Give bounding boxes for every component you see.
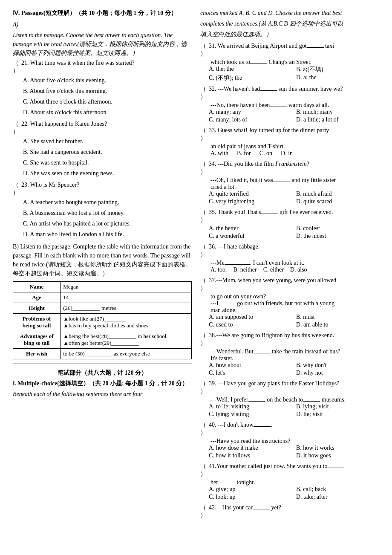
q35-options: A. the better B. coolest C. a wonderful …	[209, 225, 379, 240]
q35-c: C. a wonderful	[209, 233, 292, 240]
part-b-label: B) Listen to the passage. Complete the t…	[13, 242, 192, 278]
q39-options: A. to lie; visiting B. lying; visit C. l…	[209, 403, 379, 418]
q38-line2: ---Wonderful. But take the train instead…	[210, 348, 379, 355]
q23-options: A. A teacher who bought some painting. B…	[23, 198, 192, 239]
q36-b: B. neither	[233, 266, 257, 273]
q23-c: C. An artist who has painted a lot of pi…	[23, 219, 192, 228]
question-31: （ ） 31. We arrived at Beijing Airport an…	[200, 42, 379, 82]
table-height-label: Height	[13, 303, 61, 314]
question-21: （ ） 21. What time was it when the fire w…	[13, 59, 192, 117]
section-i-instruction: Beneath each of the following sentences …	[13, 390, 192, 399]
q22-d: D. She was seen on the evening news.	[23, 169, 192, 178]
q35-a: A. the better	[209, 225, 292, 232]
table-age-value: 14	[61, 292, 192, 303]
q34-options: A. quite terrified B. much afraid C. ver…	[209, 191, 379, 205]
bracket-31: （ ）	[200, 42, 209, 58]
divider	[13, 364, 192, 364]
question-23: （ ） 23. Who is Mr Spencer? A. A teacher …	[13, 181, 192, 239]
question-37: （ ） 37.---Mum, when you were young, were…	[200, 277, 379, 328]
bracket-42: （ ）	[200, 504, 209, 519]
q41-line2: her tonight.	[210, 479, 379, 486]
bracket-33: （ ）	[200, 127, 209, 142]
q41-d: D. take; after	[296, 494, 379, 500]
q40-options: A. how dose it make B. how it works C. h…	[209, 445, 379, 459]
q39-b: B. lying; visit	[296, 403, 379, 410]
question-38: （ ） 38.---We are going to Brighton by bu…	[200, 332, 379, 376]
q23-a: A. A teacher who bought some painting.	[23, 198, 192, 207]
q36-d: D. also	[290, 266, 307, 273]
right-column: choices marked A. B. C and D. Chosse the…	[200, 9, 379, 523]
section-iv-title: Ⅳ. Passages(短文理解）（共 10 小题；每小题 1 分，计 10 分…	[13, 9, 192, 17]
q22-b: B. She had a dangerous accident.	[23, 147, 192, 156]
q34-line3: cried a lot.	[210, 184, 379, 191]
bracket-39: （ ）	[200, 380, 209, 395]
q36-text: 36. ---I hate cabbage.	[209, 243, 259, 250]
q21-b: B. About five o'clock this morning.	[23, 87, 192, 95]
q33-c: C. on	[259, 150, 272, 157]
part-a-label: A)	[13, 20, 192, 29]
q31-line2: which took us to Chang's an Street.	[210, 59, 379, 66]
q38-c: C. let's	[209, 370, 292, 376]
q31-options: A. the; the B. a;(不填) C. (不填); the D. a;…	[209, 66, 379, 82]
table-name-value: Megan	[61, 282, 192, 292]
question-22: （ ） 22. What happened to Karen Jones? A.…	[13, 120, 192, 178]
q31-a: A. the; the	[209, 66, 292, 73]
q39-line2: ---Well, I prefer on the beach to museum…	[210, 396, 379, 403]
q37-c: C. used to	[209, 321, 292, 328]
question-34: （ ） 34. ---Did you like the film Franken…	[200, 160, 379, 205]
q35-d: D. the nicest	[296, 233, 379, 240]
q34-d: D. quite scared	[296, 198, 379, 205]
q38-d: D. why not	[296, 370, 379, 376]
page-container: Ⅳ. Passages(短文理解）（共 10 小题；每小题 1 分，计 10 分…	[13, 9, 379, 523]
q42-text: 42.---Has your car yet?	[209, 504, 281, 511]
q31-text: 31. We arrived at Beijing Airport and go…	[209, 43, 334, 49]
bracket-37: （ ）	[200, 277, 209, 292]
q23-text: 23. Who is Mr Spencer?	[21, 182, 79, 188]
q21-text: 21. What time was it when the fire was s…	[21, 60, 135, 66]
q36-c: C. either	[263, 266, 284, 273]
q22-text: 22. What happened to Karen Jones?	[21, 121, 107, 127]
q41-c: C. look; up	[209, 494, 292, 500]
written-section-title: 笔试部分（共八大题，计 120 分）	[13, 368, 192, 377]
q33-line2: an old pair of jeans and T-shirt.	[210, 143, 379, 150]
q34-a: A. quite terrified	[209, 191, 292, 197]
q38-b: B. why don't	[296, 362, 379, 369]
q21-c: C. About three o'clock this afternoon.	[23, 97, 192, 106]
q34-line2: ---Oh, I liked it, but it was and my lit…	[210, 177, 379, 184]
bracket-22: （ ）	[13, 120, 21, 136]
bracket-36: （ ）	[200, 243, 209, 258]
q39-d: D. lie; visit	[296, 411, 379, 418]
q37-options: A. am supposed to B. must C. used to D. …	[209, 314, 379, 328]
bracket-41: （ ）	[200, 462, 209, 478]
header-line1: choices marked A. B. C and D. Chosse the…	[200, 9, 379, 17]
q31-b: B. a;(不填)	[296, 66, 379, 73]
bracket-23: （ ）	[13, 181, 21, 197]
question-41: （ ） 41.Your mother called just now. She …	[200, 462, 379, 500]
bracket-38: （ ）	[200, 332, 209, 347]
part-a: A) Listen to the passage. Choose the bes…	[13, 20, 192, 239]
right-header: choices marked A. B. C and D. Chosse the…	[200, 9, 379, 39]
section-i-title: Ⅰ. Multiple-choice(选择填空）（共 20 小题; 每小题 1 …	[13, 379, 192, 388]
q38-a: A. how about	[209, 362, 292, 369]
q22-c: C. She was sent to hospital.	[23, 158, 192, 167]
table-problems-label: Problems ofbeing so tall	[13, 314, 61, 331]
q39-text: 39. ---Have you got any plans for the Ea…	[209, 380, 339, 387]
q23-d: D. A man who lived in London all his lif…	[23, 230, 192, 239]
q21-options: A. About five o'clock this evening. B. A…	[23, 76, 192, 117]
q40-c: C. how it follows	[209, 452, 292, 459]
q39-c: C. lying; visiting	[209, 411, 292, 418]
q32-a: A. many; any	[209, 109, 292, 116]
q21-d: D. About six o'clock this afternoon.	[23, 108, 192, 117]
q41-a: A. give; up	[209, 486, 292, 493]
table-header-field: Name	[13, 282, 61, 292]
section-iv: Ⅳ. Passages(短文理解）（共 10 小题；每小题 1 分，计 10 分…	[13, 9, 192, 359]
question-33: （ ） 33. Guess what! Joy turned up for th…	[200, 127, 379, 157]
left-column: Ⅳ. Passages(短文理解）（共 10 小题；每小题 1 分，计 10 分…	[13, 9, 192, 523]
q31-c: C. (不填); the	[209, 74, 292, 82]
question-36: （ ） 36. ---I hate cabbage. ---Me. I can'…	[200, 243, 379, 273]
q37-a: A. am supposed to	[209, 314, 292, 321]
table-advantages-label: Advantages ofbing so tall	[13, 331, 61, 349]
header-line3: 填入空白处的最佳选项。）	[200, 30, 379, 39]
bracket-34: （ ）	[200, 160, 209, 176]
q33-b: B. for	[237, 150, 251, 157]
